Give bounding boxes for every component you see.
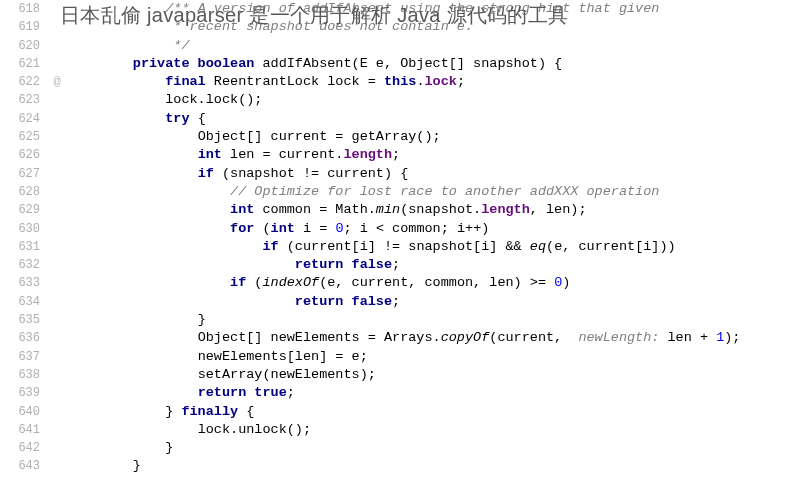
gutter-marker (46, 457, 68, 475)
gutter-marker (46, 384, 68, 402)
code-token: * recent snapshot does not contain e. (165, 19, 473, 34)
code-token: len = current. (230, 147, 343, 162)
code-token: ; (392, 257, 400, 272)
code-token: i (360, 221, 368, 236)
code-line[interactable]: final ReentrantLock lock = this.lock; (68, 73, 806, 91)
gutter-marker (46, 439, 68, 457)
code-line[interactable]: int len = current.length; (68, 146, 806, 164)
code-token: for (230, 221, 262, 236)
line-number: 632 (0, 256, 40, 274)
code-token: lock (424, 74, 456, 89)
code-line[interactable]: if (snapshot != current) { (68, 165, 806, 183)
code-line[interactable]: for (int i = 0; i < common; i++) (68, 220, 806, 238)
code-line[interactable]: return false; (68, 256, 806, 274)
line-number: 624 (0, 110, 40, 128)
line-number: 625 (0, 128, 40, 146)
code-token: ( (262, 221, 270, 236)
code-token: eq (530, 239, 546, 254)
code-line[interactable]: if (indexOf(e, current, common, len) >= … (68, 274, 806, 292)
code-token: if (198, 166, 222, 181)
code-line[interactable]: try { (68, 110, 806, 128)
code-token: Object[] current = getArray(); (198, 129, 441, 144)
line-number: 639 (0, 384, 40, 402)
code-token: this (384, 74, 416, 89)
line-number: 623 (0, 91, 40, 109)
code-line[interactable]: setArray(newElements); (68, 366, 806, 384)
code-token: addIfAbsent(E e, Object[] snapshot) { (262, 56, 562, 71)
line-number: 621 (0, 55, 40, 73)
code-line[interactable]: newElements[len] = e; (68, 348, 806, 366)
code-token: A version of addIfAbsent using the stron… (190, 1, 660, 16)
line-number-gutter: 6186196206216226236246256266276286296306… (0, 0, 46, 476)
code-token: finally (181, 404, 246, 419)
code-line[interactable]: } finally { (68, 403, 806, 421)
gutter-marker (46, 110, 68, 128)
code-line[interactable]: Object[] current = getArray(); (68, 128, 806, 146)
code-token: newLength: (570, 330, 667, 345)
code-token: i (360, 239, 368, 254)
code-line[interactable]: return false; (68, 293, 806, 311)
code-content[interactable]: /** A version of addIfAbsent using the s… (68, 0, 806, 476)
line-number: 631 (0, 238, 40, 256)
code-line[interactable]: */ (68, 37, 806, 55)
code-line[interactable]: lock.unlock(); (68, 421, 806, 439)
code-line[interactable]: if (current[i] != snapshot[i] && eq(e, c… (68, 238, 806, 256)
line-number: 638 (0, 366, 40, 384)
code-token: (e, current, common, len) >= (319, 275, 554, 290)
code-line[interactable]: lock.lock(); (68, 91, 806, 109)
code-line[interactable]: Object[] newElements = Arrays.copyOf(cur… (68, 329, 806, 347)
code-token: len + (668, 330, 717, 345)
code-token: lock.lock(); (165, 92, 262, 107)
code-line[interactable]: int common = Math.min(snapshot.length, l… (68, 201, 806, 219)
code-token: return false (295, 257, 392, 272)
code-token: newElements[len] = e; (198, 349, 368, 364)
code-line[interactable]: // Optimize for lost race to another add… (68, 183, 806, 201)
code-token: final (165, 74, 214, 89)
code-token: (current[ (287, 239, 360, 254)
code-token: Object[] newElements = Arrays. (198, 330, 441, 345)
code-token: ; (343, 221, 359, 236)
gutter-marker (46, 165, 68, 183)
code-line[interactable]: } (68, 439, 806, 457)
gutter-marker (46, 0, 68, 18)
code-token: length (481, 202, 530, 217)
gutter-marker (46, 220, 68, 238)
line-number: 627 (0, 165, 40, 183)
line-number: 628 (0, 183, 40, 201)
line-number: 640 (0, 403, 40, 421)
code-token: ++) (465, 221, 489, 236)
code-line[interactable]: } (68, 311, 806, 329)
code-token: { (246, 404, 254, 419)
code-token: i (303, 221, 311, 236)
gutter-marker (46, 366, 68, 384)
line-number: 618 (0, 0, 40, 18)
code-token: ] && (489, 239, 530, 254)
gutter-marker (46, 55, 68, 73)
gutter-marker (46, 146, 68, 164)
gutter-marker (46, 128, 68, 146)
line-number: 642 (0, 439, 40, 457)
code-token: ); (724, 330, 740, 345)
line-number: 620 (0, 37, 40, 55)
code-token: indexOf (262, 275, 319, 290)
code-line[interactable]: } (68, 457, 806, 475)
line-number: 634 (0, 293, 40, 311)
gutter-marker (46, 421, 68, 439)
gutter-marker (46, 403, 68, 421)
code-line[interactable]: /** A version of addIfAbsent using the s… (68, 0, 806, 18)
code-token: // Optimize for lost race to another add… (230, 184, 659, 199)
code-token: lock.unlock(); (198, 422, 311, 437)
line-number: 643 (0, 457, 40, 475)
gutter-marker (46, 348, 68, 366)
code-line[interactable]: return true; (68, 384, 806, 402)
gutter-marker (46, 311, 68, 329)
gutter-marker (46, 183, 68, 201)
code-token: (snapshot. (400, 202, 481, 217)
gutter-marker (46, 18, 68, 36)
code-token: return true (198, 385, 287, 400)
code-token: < common; (368, 221, 457, 236)
code-line[interactable]: * recent snapshot does not contain e. (68, 18, 806, 36)
code-token: min (376, 202, 400, 217)
code-token: length (343, 147, 392, 162)
code-line[interactable]: private boolean addIfAbsent(E e, Object[… (68, 55, 806, 73)
